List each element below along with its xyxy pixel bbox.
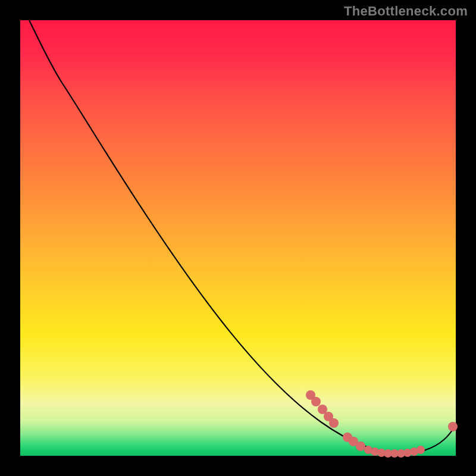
- svg-point-15: [410, 447, 418, 456]
- svg-point-9: [371, 447, 379, 456]
- svg-point-1: [311, 397, 321, 406]
- svg-point-16: [416, 446, 425, 454]
- bottleneck-curve: [29, 20, 456, 454]
- svg-point-4: [329, 418, 339, 428]
- svg-point-13: [397, 449, 405, 458]
- svg-point-7: [356, 441, 365, 451]
- svg-point-8: [364, 446, 372, 454]
- marker-dots: [306, 390, 458, 458]
- watermark-text: TheBottleneck.com: [344, 4, 468, 19]
- svg-point-10: [377, 449, 386, 457]
- svg-point-12: [390, 449, 399, 458]
- svg-point-0: [306, 390, 315, 400]
- svg-point-6: [349, 437, 358, 446]
- plot-area: [20, 20, 456, 456]
- svg-point-3: [324, 412, 333, 421]
- svg-point-2: [318, 405, 327, 414]
- svg-point-11: [384, 449, 392, 458]
- svg-point-5: [343, 433, 352, 442]
- svg-point-14: [403, 449, 412, 457]
- svg-point-17: [448, 422, 458, 431]
- curve-svg: [20, 20, 456, 456]
- chart-container: TheBottleneck.com: [0, 0, 476, 476]
